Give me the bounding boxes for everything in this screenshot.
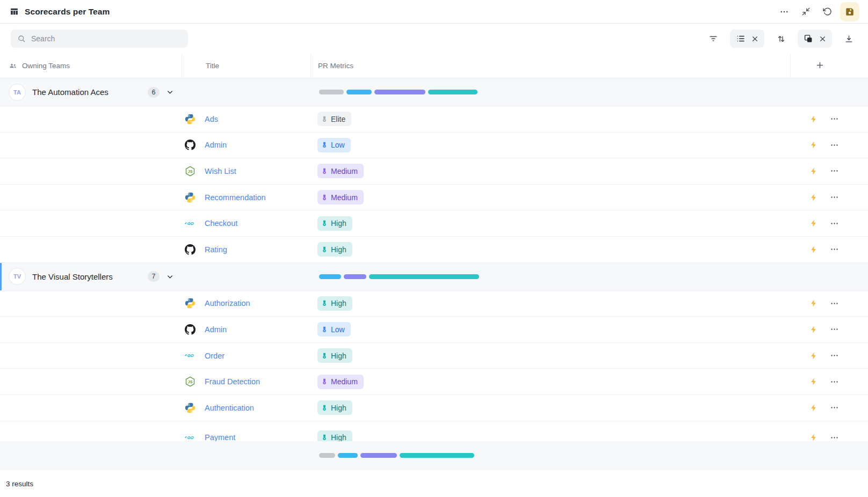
row-menu-icon[interactable] (830, 141, 839, 150)
summary-segment-medium (360, 453, 397, 458)
column-title[interactable]: Title (182, 62, 310, 70)
lightning-icon[interactable] (809, 167, 818, 176)
group-row[interactable]: TA The Automation Aces 6 (0, 78, 868, 106)
lightning-icon[interactable] (809, 193, 818, 202)
page-title: Scorecards per Team (25, 7, 110, 17)
selected-accent (0, 263, 2, 290)
add-column-icon[interactable] (815, 61, 824, 71)
row-menu-icon[interactable] (830, 433, 839, 441)
group-row[interactable]: TV The Visual Storytellers 7 (0, 263, 868, 291)
entity-link[interactable]: Fraud Detection (205, 377, 260, 386)
row-menu-icon[interactable] (830, 377, 839, 386)
column-label: PR Metrics (318, 62, 353, 70)
row-actions (809, 114, 868, 123)
row-menu-icon[interactable] (830, 193, 839, 202)
group-left-cell: TA The Automation Aces 6 (0, 84, 182, 101)
entity-link[interactable]: Admin (205, 141, 227, 149)
table-row: Recommendation Medium (0, 185, 868, 211)
svg-text:JS: JS (188, 170, 193, 174)
row-actions (809, 403, 868, 412)
lightning-icon[interactable] (809, 245, 818, 254)
topbar-actions (776, 2, 859, 21)
medal-icon (321, 142, 328, 148)
title-cell: Authorization (182, 298, 310, 309)
results-footer: 3 results (0, 470, 868, 497)
summary-segment-high (369, 274, 479, 279)
list-view-icon[interactable] (736, 34, 746, 43)
row-menu-icon[interactable] (830, 245, 839, 254)
pr-metrics-cell: Medium (310, 164, 868, 178)
lightning-icon[interactable] (809, 433, 818, 441)
sort-icon[interactable] (772, 30, 790, 47)
row-menu-icon[interactable] (830, 351, 839, 360)
pr-level-badge: High (317, 430, 352, 441)
entity-link[interactable]: Ads (205, 115, 218, 123)
entity-link[interactable]: Recommendation (205, 193, 266, 202)
lightning-icon[interactable] (809, 325, 818, 334)
entity-link[interactable]: Wish List (205, 167, 236, 176)
search-box[interactable] (11, 30, 188, 48)
save-button[interactable] (840, 2, 859, 21)
clear-list-view-icon[interactable] (751, 35, 758, 42)
column-pr-metrics[interactable]: PR Metrics (310, 62, 868, 70)
team-icon (9, 62, 17, 70)
row-menu-icon[interactable] (830, 325, 839, 334)
row-menu-icon[interactable] (830, 114, 839, 123)
row-menu-icon[interactable] (830, 166, 839, 176)
lightning-icon[interactable] (809, 219, 818, 228)
table-body: TA The Automation Aces 6 Ads Elite (0, 78, 868, 470)
entity-link[interactable]: Rating (205, 245, 227, 254)
entity-link[interactable]: Authorization (205, 299, 250, 308)
medal-icon (321, 194, 328, 201)
nodejs-icon: JS (185, 376, 196, 387)
entity-link[interactable]: Authentication (205, 404, 254, 412)
team-avatar: TA (9, 84, 26, 101)
view-list-pill (730, 30, 764, 48)
group-left-cell: TV The Visual Storytellers 7 (0, 268, 182, 285)
column-owning-teams[interactable]: Owning Teams (0, 62, 182, 70)
medal-icon (321, 300, 328, 306)
filter-icon[interactable] (705, 30, 722, 47)
clear-group-by-icon[interactable] (819, 35, 826, 42)
title-cell: Admin (182, 140, 310, 150)
title-cell: GO Checkout (182, 218, 310, 229)
row-menu-icon[interactable] (830, 299, 839, 308)
lightning-icon[interactable] (809, 141, 818, 149)
title-cell: GO Order (182, 350, 310, 361)
entity-link[interactable]: Checkout (205, 219, 237, 228)
lightning-icon[interactable] (809, 299, 818, 308)
python-icon (185, 403, 196, 413)
chevron-down-icon[interactable] (166, 88, 174, 96)
table-row: Admin Low (0, 133, 868, 159)
entity-link[interactable]: Order (205, 352, 225, 360)
summary-segment-elite (319, 453, 335, 458)
go-icon: GO (185, 432, 196, 441)
chevron-down-icon[interactable] (166, 273, 174, 281)
svg-text:GO: GO (187, 435, 194, 440)
summary-segment-high (428, 90, 478, 94)
column-header-row: Owning Teams Title PR Metrics (0, 54, 868, 78)
lightning-icon[interactable] (809, 115, 818, 123)
pr-level-badge: High (317, 400, 352, 415)
search-input[interactable] (31, 34, 182, 43)
group-row-partial[interactable] (0, 441, 868, 470)
pr-metrics-cell: Medium (310, 190, 868, 204)
pr-level-badge: Medium (317, 190, 364, 204)
entity-link[interactable]: Payment (205, 433, 235, 441)
summary-segment-elite (319, 90, 344, 94)
row-menu-icon[interactable] (830, 219, 839, 228)
restore-icon[interactable] (819, 3, 836, 20)
group-by-icon[interactable] (804, 34, 813, 43)
lightning-icon[interactable] (809, 352, 818, 360)
collapse-icon[interactable] (797, 3, 814, 20)
table-row: JS Fraud Detection Medium (0, 369, 868, 395)
download-icon[interactable] (840, 30, 857, 47)
entity-link[interactable]: Admin (205, 325, 227, 334)
title-cell: JS Fraud Detection (182, 376, 310, 387)
more-options-icon[interactable] (776, 3, 793, 20)
lightning-icon[interactable] (809, 377, 818, 386)
medal-icon (321, 168, 328, 174)
python-icon (185, 114, 196, 125)
row-menu-icon[interactable] (830, 403, 839, 412)
lightning-icon[interactable] (809, 404, 818, 412)
